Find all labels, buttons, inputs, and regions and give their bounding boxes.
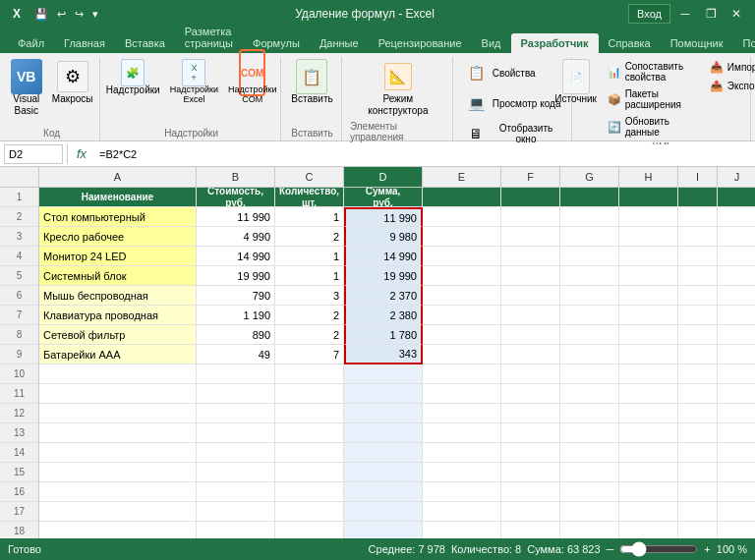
cell-d15[interactable] bbox=[344, 463, 423, 482]
tab-view[interactable]: Вид bbox=[472, 33, 511, 53]
cell-g10[interactable] bbox=[560, 364, 619, 384]
cell-f13[interactable] bbox=[501, 423, 560, 443]
update-btn[interactable]: 🔄 Обновить данные bbox=[604, 114, 698, 140]
cell-a9[interactable]: Батарейки ААА bbox=[39, 345, 197, 364]
cell-j16[interactable] bbox=[718, 482, 755, 502]
cell-j9[interactable] bbox=[718, 345, 755, 364]
cell-j2[interactable] bbox=[718, 207, 755, 227]
cell-j1[interactable] bbox=[718, 188, 755, 207]
cell-j14[interactable] bbox=[718, 443, 755, 463]
col-header-b[interactable]: B bbox=[197, 167, 275, 187]
sign-in-button[interactable]: Вход bbox=[628, 4, 670, 24]
cell-f11[interactable] bbox=[501, 384, 560, 404]
cell-b6[interactable]: 790 bbox=[197, 286, 275, 306]
cell-i15[interactable] bbox=[678, 463, 718, 482]
cell-g16[interactable] bbox=[560, 482, 619, 502]
visual-basic-btn[interactable]: VB VisualBasic bbox=[7, 59, 46, 119]
cell-c6[interactable]: 3 bbox=[275, 286, 344, 306]
cell-h15[interactable] bbox=[619, 463, 678, 482]
col-header-c[interactable]: C bbox=[275, 167, 344, 187]
cell-i3[interactable] bbox=[678, 227, 718, 247]
cell-g7[interactable] bbox=[560, 306, 619, 325]
cell-i10[interactable] bbox=[678, 364, 718, 384]
cell-f9[interactable] bbox=[501, 345, 560, 364]
cell-a13[interactable] bbox=[39, 423, 197, 443]
cell-j3[interactable] bbox=[718, 227, 755, 247]
cell-f3[interactable] bbox=[501, 227, 560, 247]
cell-h16[interactable] bbox=[619, 482, 678, 502]
cell-f7[interactable] bbox=[501, 306, 560, 325]
cell-g1[interactable] bbox=[560, 188, 619, 207]
cell-b11[interactable] bbox=[197, 384, 275, 404]
cell-b17[interactable] bbox=[197, 502, 275, 522]
cell-d5[interactable]: 19 990 bbox=[344, 266, 423, 286]
tab-home[interactable]: Главная bbox=[54, 33, 115, 53]
customize-btn[interactable]: ▾ bbox=[89, 6, 101, 23]
cell-e15[interactable] bbox=[423, 463, 501, 482]
cell-h9[interactable] bbox=[619, 345, 678, 364]
cell-e3[interactable] bbox=[423, 227, 501, 247]
cell-f5[interactable] bbox=[501, 266, 560, 286]
cell-d2[interactable]: 11 990 bbox=[344, 207, 423, 227]
cell-a1[interactable]: Наименование bbox=[39, 188, 197, 207]
cell-i4[interactable] bbox=[678, 247, 718, 266]
cell-c14[interactable] bbox=[275, 443, 344, 463]
cell-a10[interactable] bbox=[39, 364, 197, 384]
cell-d6[interactable]: 2 370 bbox=[344, 286, 423, 306]
cell-b9[interactable]: 49 bbox=[197, 345, 275, 364]
cell-a5[interactable]: Системный блок bbox=[39, 266, 197, 286]
tab-assistant[interactable]: Помощник bbox=[661, 33, 733, 53]
cell-j17[interactable] bbox=[718, 502, 755, 522]
cell-c2[interactable]: 1 bbox=[275, 207, 344, 227]
cell-b2[interactable]: 11 990 bbox=[197, 207, 275, 227]
cell-f12[interactable] bbox=[501, 404, 560, 423]
cell-g4[interactable] bbox=[560, 247, 619, 266]
cell-f16[interactable] bbox=[501, 482, 560, 502]
cell-c1[interactable]: Количество,шт. bbox=[275, 188, 344, 207]
cell-a4[interactable]: Монитор 24 LED bbox=[39, 247, 197, 266]
cell-e6[interactable] bbox=[423, 286, 501, 306]
undo-btn[interactable]: ↩ bbox=[54, 6, 69, 23]
cell-a7[interactable]: Клавиатура проводная bbox=[39, 306, 197, 325]
cell-c17[interactable] bbox=[275, 502, 344, 522]
cell-g9[interactable] bbox=[560, 345, 619, 364]
name-box[interactable] bbox=[4, 144, 63, 164]
cell-c13[interactable] bbox=[275, 423, 344, 443]
col-header-g[interactable]: G bbox=[560, 167, 619, 187]
cell-f4[interactable] bbox=[501, 247, 560, 266]
close-btn[interactable]: ✕ bbox=[726, 3, 747, 25]
cell-j7[interactable] bbox=[718, 306, 755, 325]
cell-d11[interactable] bbox=[344, 384, 423, 404]
addons-btn[interactable]: 🧩 Надстройки bbox=[102, 59, 164, 97]
cell-e2[interactable] bbox=[423, 207, 501, 227]
cell-i5[interactable] bbox=[678, 266, 718, 286]
cell-g11[interactable] bbox=[560, 384, 619, 404]
cell-f6[interactable] bbox=[501, 286, 560, 306]
cell-h7[interactable] bbox=[619, 306, 678, 325]
cell-d13[interactable] bbox=[344, 423, 423, 443]
cell-b14[interactable] bbox=[197, 443, 275, 463]
cell-d3[interactable]: 9 980 bbox=[344, 227, 423, 247]
cell-g5[interactable] bbox=[560, 266, 619, 286]
cell-f15[interactable] bbox=[501, 463, 560, 482]
tab-help[interactable]: Справка bbox=[599, 33, 661, 53]
consolidate-btn[interactable]: 📊 Сопоставить свойства bbox=[604, 59, 698, 84]
cell-c11[interactable] bbox=[275, 384, 344, 404]
cell-j6[interactable] bbox=[718, 286, 755, 306]
cell-i13[interactable] bbox=[678, 423, 718, 443]
cell-c15[interactable] bbox=[275, 463, 344, 482]
cell-j11[interactable] bbox=[718, 384, 755, 404]
restore-btn[interactable]: ❐ bbox=[700, 3, 722, 25]
cell-f10[interactable] bbox=[501, 364, 560, 384]
cell-c9[interactable]: 7 bbox=[275, 345, 344, 364]
cell-g6[interactable] bbox=[560, 286, 619, 306]
cell-g13[interactable] bbox=[560, 423, 619, 443]
cell-j4[interactable] bbox=[718, 247, 755, 266]
col-header-h[interactable]: H bbox=[619, 167, 678, 187]
cell-a12[interactable] bbox=[39, 404, 197, 423]
cell-a3[interactable]: Кресло рабочее bbox=[39, 227, 197, 247]
excel-addons-btn[interactable]: X+ НадстройкиExcel bbox=[166, 59, 222, 106]
cell-c5[interactable]: 1 bbox=[275, 266, 344, 286]
cell-g3[interactable] bbox=[560, 227, 619, 247]
cell-e14[interactable] bbox=[423, 443, 501, 463]
